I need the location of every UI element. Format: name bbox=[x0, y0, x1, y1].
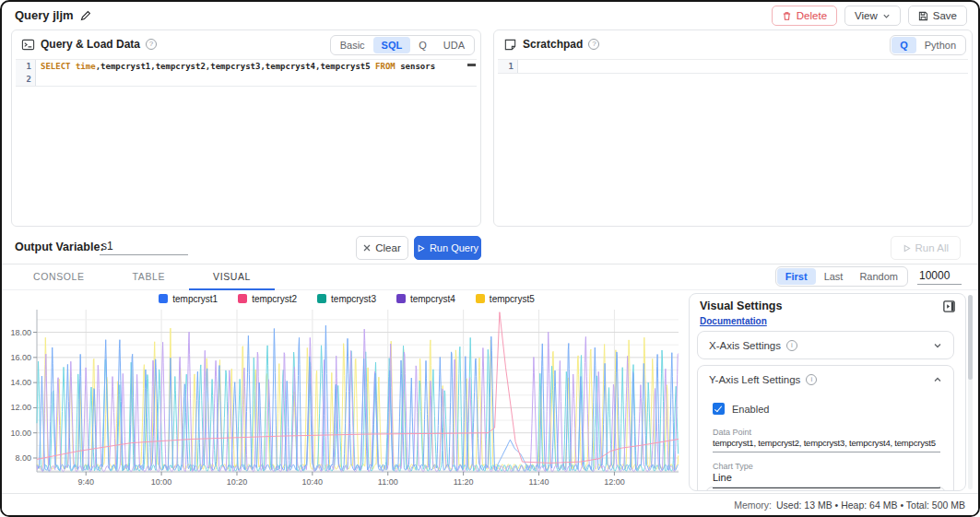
sample-mode-random[interactable]: Random bbox=[851, 268, 906, 285]
x-axis-settings-header[interactable]: X-Axis Settings i bbox=[698, 332, 953, 359]
code-token: time bbox=[76, 62, 96, 71]
y-axis-left-settings-section: Y-Axis Left Settings i Enabled Data Poin… bbox=[697, 365, 954, 491]
play-icon bbox=[903, 244, 911, 253]
legend-item-tempcryst3[interactable]: tempcryst3 bbox=[317, 294, 376, 304]
toolbar: Delete View Save bbox=[772, 6, 967, 26]
query-tab-uda[interactable]: UDA bbox=[435, 37, 473, 53]
code-token: SELECT bbox=[41, 62, 76, 71]
floppy-icon bbox=[918, 11, 928, 21]
legend-label: tempcryst5 bbox=[490, 294, 535, 304]
scrollbar-thumb[interactable] bbox=[968, 295, 973, 380]
pencil-icon[interactable] bbox=[80, 10, 91, 21]
visual-settings-panel: Visual Settings Documentation X-Axis Set… bbox=[689, 293, 966, 491]
app-window: Query jljm Delete View Save bbox=[0, 0, 980, 517]
y-axis-left-settings-header[interactable]: Y-Axis Left Settings i bbox=[698, 366, 953, 394]
terminal-icon bbox=[21, 38, 35, 52]
line-number: 2 bbox=[16, 73, 36, 86]
sample-mode-last[interactable]: Last bbox=[816, 268, 852, 285]
results-tab-console[interactable]: CONSOLE bbox=[9, 264, 109, 290]
legend-item-tempcryst4[interactable]: tempcryst4 bbox=[396, 294, 455, 304]
play-icon bbox=[417, 244, 425, 253]
code-token: sensors bbox=[396, 62, 435, 71]
svg-text:10:40: 10:40 bbox=[302, 477, 324, 487]
scratchpad-tab-q[interactable]: Q bbox=[891, 37, 916, 53]
info-circle-icon: i bbox=[786, 340, 797, 351]
svg-text:16.00: 16.00 bbox=[10, 353, 31, 362]
sql-editor[interactable]: 1SELECT time,tempcryst1,tempcryst2,tempc… bbox=[16, 59, 477, 222]
run-bar: Output Variable: Clear Run Query Run All bbox=[2, 232, 978, 264]
delete-button[interactable]: Delete bbox=[772, 6, 837, 26]
legend-swatch bbox=[396, 294, 406, 303]
svg-text:11:20: 11:20 bbox=[454, 477, 474, 487]
enabled-checkbox[interactable] bbox=[713, 403, 725, 415]
question-circle-icon[interactable]: ? bbox=[146, 39, 157, 50]
chart-region: tempcryst1tempcryst2tempcryst3tempcryst4… bbox=[9, 290, 684, 495]
query-load-data-panel: Query & Load Data ? BasicSQLQUDA 1SELECT… bbox=[11, 29, 481, 227]
save-button[interactable]: Save bbox=[908, 6, 967, 26]
svg-text:12.00: 12.00 bbox=[10, 403, 31, 412]
legend-swatch bbox=[159, 294, 168, 303]
svg-text:14.00: 14.00 bbox=[10, 378, 31, 387]
scratchpad-editor[interactable]: 1 bbox=[498, 59, 968, 222]
code-token: ,tempcryst1,tempcryst2,tempcryst3,tempcr… bbox=[96, 62, 375, 71]
visual-settings-title: Visual Settings bbox=[700, 300, 782, 312]
svg-text:11:40: 11:40 bbox=[529, 477, 549, 487]
clear-label: Clear bbox=[375, 242, 400, 253]
question-circle-icon[interactable]: ? bbox=[588, 39, 599, 50]
sample-size-input[interactable] bbox=[917, 269, 962, 285]
query-tab-basic[interactable]: Basic bbox=[332, 37, 373, 53]
svg-text:9:40: 9:40 bbox=[77, 477, 94, 487]
memory-label: Memory: bbox=[734, 499, 772, 511]
svg-text:10:00: 10:00 bbox=[151, 477, 172, 487]
output-variable-label: Output Variable: bbox=[15, 241, 104, 253]
legend-item-tempcryst1[interactable]: tempcryst1 bbox=[159, 294, 218, 304]
code-token: FROM bbox=[375, 62, 396, 71]
legend-swatch bbox=[317, 294, 326, 303]
sample-mode-toggle: FirstLastRandom bbox=[775, 266, 908, 287]
code-line[interactable] bbox=[518, 60, 523, 73]
collapse-right-icon[interactable] bbox=[942, 300, 957, 314]
settings-scrollbar[interactable] bbox=[968, 295, 973, 489]
view-label: View bbox=[855, 10, 878, 21]
legend-label: tempcryst1 bbox=[172, 294, 218, 304]
query-tab-sql[interactable]: SQL bbox=[373, 37, 411, 53]
svg-text:10:20: 10:20 bbox=[227, 477, 248, 487]
sample-mode-first[interactable]: First bbox=[777, 268, 816, 285]
view-button[interactable]: View bbox=[844, 6, 901, 26]
next-settings-section-partial bbox=[705, 487, 946, 491]
svg-text:8.00: 8.00 bbox=[15, 453, 31, 463]
svg-text:11:00: 11:00 bbox=[378, 477, 398, 487]
chart-legend: tempcryst1tempcryst2tempcryst3tempcryst4… bbox=[9, 290, 684, 307]
scratchpad-panel: Scratchpad ? QPython 1 bbox=[493, 29, 973, 227]
legend-label: tempcryst3 bbox=[331, 294, 376, 304]
legend-item-tempcryst5[interactable]: tempcryst5 bbox=[476, 294, 535, 304]
info-circle-icon: i bbox=[806, 374, 817, 385]
x-icon bbox=[363, 244, 371, 252]
memory-details: Used: 13 MB • Heap: 64 MB • Total: 500 M… bbox=[776, 499, 965, 511]
scratchpad-tab-python[interactable]: Python bbox=[916, 37, 964, 53]
editor-overview-mark bbox=[467, 64, 476, 66]
results-tabs: CONSOLETABLEVISUAL bbox=[9, 264, 275, 290]
enabled-label: Enabled bbox=[732, 404, 769, 415]
results-tab-row: CONSOLETABLEVISUAL FirstLastRandom bbox=[2, 264, 978, 290]
data-point-input[interactable]: tempcryst1, tempcryst2, tempcryst3, temp… bbox=[713, 438, 940, 452]
query-panel-header: Query & Load Data ? BasicSQLQUDA bbox=[12, 30, 480, 58]
legend-swatch bbox=[476, 294, 485, 303]
x-axis-settings-section: X-Axis Settings i bbox=[697, 331, 954, 359]
results-tab-visual[interactable]: VISUAL bbox=[189, 264, 275, 290]
documentation-link[interactable]: Documentation bbox=[700, 316, 767, 326]
code-line[interactable]: SELECT time,tempcryst1,tempcryst2,tempcr… bbox=[36, 60, 435, 73]
run-all-button[interactable]: Run All bbox=[891, 236, 961, 260]
legend-item-tempcryst2[interactable]: tempcryst2 bbox=[238, 294, 297, 304]
legend-swatch bbox=[238, 294, 247, 303]
code-line[interactable] bbox=[36, 73, 41, 86]
query-lang-tabs: BasicSQLQUDA bbox=[330, 35, 475, 55]
output-variable-input[interactable] bbox=[100, 240, 188, 255]
clear-button[interactable]: Clear bbox=[356, 236, 408, 260]
query-tab-q[interactable]: Q bbox=[410, 37, 435, 53]
run-query-button[interactable]: Run Query bbox=[414, 236, 481, 260]
chevron-down-icon bbox=[933, 341, 942, 350]
line-chart: 8.0010.0012.0014.0016.0018.009:4010:0010… bbox=[9, 307, 684, 491]
scratchpad-lang-tabs: QPython bbox=[890, 35, 966, 55]
results-tab-table[interactable]: TABLE bbox=[109, 264, 189, 290]
